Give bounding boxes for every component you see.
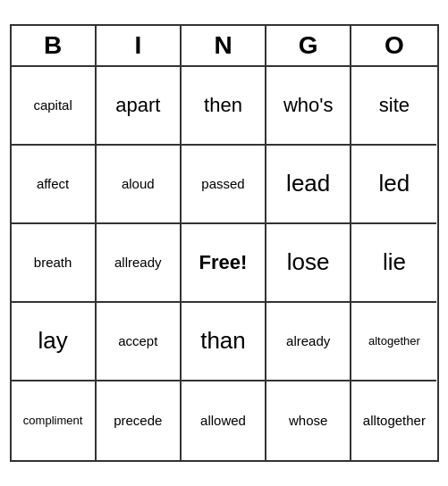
bingo-cell[interactable]: precede [97, 381, 182, 460]
bingo-cell[interactable]: altogether [351, 303, 436, 381]
bingo-cell[interactable]: lose [266, 224, 351, 303]
bingo-cell[interactable]: already [266, 303, 351, 381]
bingo-cell[interactable]: allready [97, 224, 182, 303]
bingo-cell[interactable]: led [351, 146, 436, 224]
bingo-card: BINGO capitalapartthenwho'ssiteaffectalo… [10, 24, 439, 462]
header-letter: G [266, 26, 351, 65]
bingo-cell[interactable]: affect [12, 146, 97, 224]
header-letter: B [12, 26, 97, 65]
bingo-cell[interactable]: whose [266, 381, 351, 460]
header-letter: I [97, 26, 182, 65]
bingo-cell[interactable]: compliment [12, 381, 97, 460]
bingo-cell[interactable]: lay [12, 303, 97, 381]
bingo-cell[interactable]: who's [266, 67, 351, 146]
bingo-cell[interactable]: Free! [182, 224, 266, 303]
bingo-cell[interactable]: than [182, 303, 266, 381]
bingo-cell[interactable]: alltogether [351, 381, 436, 460]
bingo-grid: capitalapartthenwho'ssiteaffectaloudpass… [12, 67, 437, 460]
bingo-cell[interactable]: site [351, 67, 436, 146]
header-letter: N [182, 26, 266, 65]
bingo-cell[interactable]: capital [12, 67, 97, 146]
bingo-header: BINGO [12, 26, 437, 67]
bingo-cell[interactable]: apart [97, 67, 182, 146]
bingo-cell[interactable]: allowed [182, 381, 266, 460]
bingo-cell[interactable]: lead [266, 146, 351, 224]
bingo-cell[interactable]: lie [351, 224, 436, 303]
header-letter: O [351, 26, 436, 65]
bingo-cell[interactable]: passed [182, 146, 266, 224]
bingo-cell[interactable]: aloud [97, 146, 182, 224]
bingo-cell[interactable]: breath [12, 224, 97, 303]
bingo-cell[interactable]: then [182, 67, 266, 146]
bingo-cell[interactable]: accept [97, 303, 182, 381]
